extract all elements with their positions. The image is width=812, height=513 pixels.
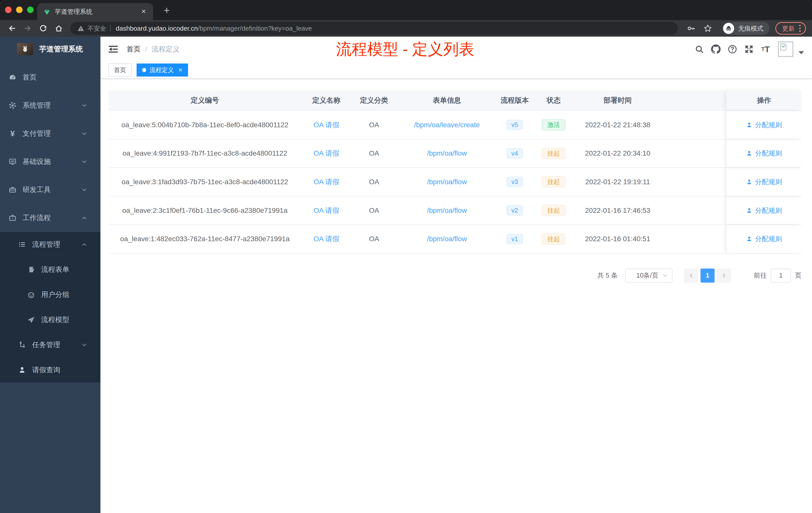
definition-name-link[interactable]: OA 请假 (314, 178, 340, 186)
app-root: 芋道管理系统 首页 系统管理 ¥ (0, 37, 812, 513)
sidebar-item-process-model[interactable]: 流程模型 (0, 307, 100, 332)
incognito-badge: 无痕模式 (722, 22, 769, 35)
assign-rule-link[interactable]: 分配规则 (746, 206, 782, 215)
browser-toolbar: 不安全 dashboard.yudao.iocoder.cn/bpm/manag… (0, 20, 812, 37)
font-size-icon[interactable]: TT (757, 41, 774, 58)
zoom-window-button[interactable] (27, 6, 34, 13)
key-icon[interactable] (687, 24, 696, 33)
sidebar-item-infrastructure[interactable]: 基础设施 (0, 148, 100, 176)
pagination: 共 5 条 10条/页 1 前往 页 (109, 269, 802, 282)
column-header-status: 状态 (532, 96, 575, 105)
assign-rule-link[interactable]: 分配规则 (746, 177, 782, 186)
version-badge: v4 (506, 148, 523, 159)
goto-label: 前往 (754, 271, 767, 280)
assign-rule-link[interactable]: 分配规则 (746, 234, 782, 243)
url-text[interactable]: dashboard.yudao.iocoder.cn/bpm/manager/d… (116, 25, 312, 32)
tab-close-icon[interactable]: ✕ (140, 8, 147, 15)
prev-page-button[interactable] (684, 269, 698, 282)
sidebar-item-system[interactable]: 系统管理 (0, 91, 100, 119)
cell-definition-id: oa_leave:5:004b710b-7b8a-11ec-8ef0-acde4… (109, 121, 301, 129)
navbar-actions: TT (691, 41, 812, 58)
new-tab-button[interactable]: + (160, 4, 174, 18)
page-size-select[interactable]: 10条/页 (625, 269, 672, 282)
sidebar-item-label: 基础设施 (23, 157, 51, 167)
sidebar-item-user-group[interactable]: 用户分组 (0, 282, 100, 307)
next-page-button[interactable] (717, 269, 731, 282)
definition-name-link[interactable]: OA 请假 (314, 235, 340, 243)
sidebar-item-payment[interactable]: ¥ 支付管理 (0, 119, 100, 148)
logo-avatar (17, 43, 33, 55)
tag-home[interactable]: 首页 (109, 63, 132, 77)
security-label[interactable]: 不安全 (87, 24, 106, 33)
assign-rule-link[interactable]: 分配规则 (746, 120, 782, 129)
sidebar-item-label: 任务管理 (32, 340, 60, 350)
definition-name-link[interactable]: OA 请假 (314, 121, 340, 129)
font-size-large-t: T (764, 44, 770, 54)
user-icon (746, 122, 753, 128)
sidebar-fold-icon[interactable] (109, 44, 118, 54)
sidebar-item-home[interactable]: 首页 (0, 63, 100, 91)
close-window-button[interactable] (5, 6, 11, 13)
user-icon (18, 366, 26, 374)
sidebar-item-leave-query[interactable]: 请假查询 (0, 357, 100, 383)
table-row: oa_leave:2:3c1f0ef1-76b1-11ec-9c66-a2380… (109, 197, 802, 225)
reload-icon[interactable] (37, 22, 49, 34)
github-icon[interactable] (707, 41, 724, 58)
tag-close-icon[interactable]: ✕ (178, 67, 182, 72)
version-badge: v3 (506, 177, 523, 187)
cell-deploy-time: 2022-01-22 20:34:10 (575, 149, 660, 157)
update-chrome-button[interactable]: 更新 (775, 22, 806, 35)
tag-process-definition[interactable]: 流程定义 ✕ (137, 63, 188, 77)
bookmark-star-icon[interactable] (703, 24, 712, 33)
fullscreen-icon[interactable] (741, 41, 757, 58)
sidebar-item-devtools[interactable]: 研发工具 (0, 176, 100, 204)
sidebar-item-process-mgmt[interactable]: 流程管理 (0, 232, 100, 257)
help-icon[interactable] (724, 41, 741, 58)
sidebar-item-workflow[interactable]: 工作流程 (0, 204, 100, 232)
form-info-link[interactable]: /bpm/oa/flow (427, 178, 467, 186)
definition-name-link[interactable]: OA 请假 (314, 207, 340, 214)
security-warning-icon[interactable] (77, 25, 84, 32)
cell-category: OA (351, 207, 397, 215)
home-icon[interactable] (53, 22, 65, 34)
page-content: 定义编号 定义名称 定义分类 表单信息 流程版本 状态 部署时间 操作 oa_l… (100, 79, 812, 513)
search-icon[interactable] (691, 41, 707, 58)
back-icon[interactable] (6, 22, 18, 34)
breadcrumb-home[interactable]: 首页 (126, 44, 141, 54)
robot-face-icon (27, 291, 35, 299)
sidebar-logo[interactable]: 芋道管理系统 (0, 37, 100, 62)
sidebar-item-label: 研发工具 (23, 185, 51, 194)
cell-deploy-time: 2022-01-16 01:40:51 (575, 235, 660, 243)
minimize-window-button[interactable] (16, 6, 23, 13)
sidebar-item-label: 工作流程 (23, 213, 51, 222)
breadcrumb: 首页 / 流程定义 (126, 44, 180, 54)
form-info-link[interactable]: /bpm/oa/leave/create (414, 121, 480, 129)
sidebar-item-label: 流程模型 (41, 315, 69, 325)
form-info-link[interactable]: /bpm/oa/flow (427, 235, 467, 243)
sidebar-item-label: 流程管理 (32, 240, 60, 249)
form-info-link[interactable]: /bpm/oa/flow (427, 149, 467, 157)
cell-deploy-time: 2022-01-16 17:46:53 (575, 207, 660, 215)
forward-icon[interactable] (22, 22, 34, 34)
sidebar-item-task-mgmt[interactable]: 任务管理 (0, 332, 100, 357)
status-badge: 挂起 (542, 205, 566, 216)
update-label: 更新 (782, 24, 795, 33)
goto-page-input[interactable] (771, 269, 791, 282)
browser-tab[interactable]: 芋道管理系统 ✕ (37, 3, 153, 20)
cell-category: OA (351, 121, 397, 129)
pagination-total: 共 5 条 (597, 271, 618, 280)
sidebar-item-process-form[interactable]: 流程表单 (0, 257, 100, 282)
url-bar[interactable]: 不安全 dashboard.yudao.iocoder.cn/bpm/manag… (70, 22, 678, 35)
table-row: oa_leave:5:004b710b-7b8a-11ec-8ef0-acde4… (109, 111, 802, 140)
browser-menu-kebab-icon[interactable] (799, 25, 801, 32)
column-header-name: 定义名称 (301, 96, 351, 105)
status-badge: 挂起 (542, 148, 566, 159)
current-page-button[interactable]: 1 (700, 269, 715, 282)
macos-traffic-lights (5, 6, 34, 13)
user-avatar-broken-image[interactable] (778, 41, 793, 57)
tab-title: 芋道管理系统 (55, 7, 140, 16)
assign-rule-link[interactable]: 分配规则 (746, 149, 782, 158)
column-header-deploy-time: 部署时间 (575, 96, 660, 105)
form-info-link[interactable]: /bpm/oa/flow (427, 207, 467, 214)
definition-name-link[interactable]: OA 请假 (314, 149, 340, 157)
